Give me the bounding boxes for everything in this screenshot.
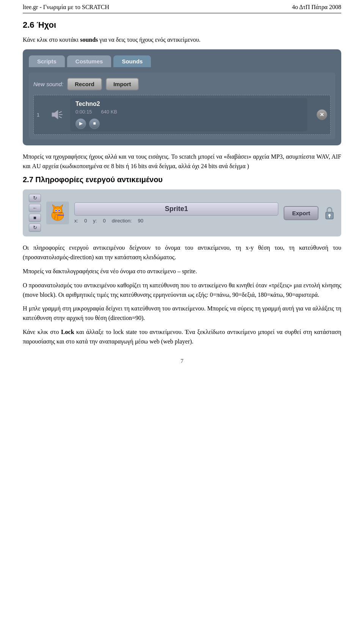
sound-number: 1: [37, 112, 43, 118]
sound-controls: ▶ ■: [75, 118, 302, 129]
x-value: 0: [84, 218, 87, 224]
section-27-para2: Μπορείς να δακτυλογραφήσεις ένα νέο όνομ…: [23, 267, 341, 276]
sprite-controls-left: ↻ ← ■ ↻: [29, 194, 41, 232]
sounds-content: New sound: Record Import 1 Te: [29, 72, 335, 139]
sprite-ctrl-mid1[interactable]: ←: [29, 204, 41, 212]
svg-line-1: [59, 112, 61, 113]
svg-point-10: [55, 210, 57, 211]
svg-point-12: [57, 212, 58, 213]
new-sound-bar: New sound: Record Import: [33, 78, 331, 90]
x-label: x:: [74, 218, 78, 224]
sound-info: Techno2 0:00:15 640 KB ▶ ■: [70, 98, 308, 131]
import-button[interactable]: Import: [106, 78, 139, 90]
direction-label: direction:: [112, 218, 132, 224]
speaker-icon: [48, 106, 65, 123]
svg-point-11: [58, 210, 60, 211]
section-26-intro: Κάνε κλικ στο κουτάκι sounds για να δεις…: [23, 35, 341, 45]
tab-costumes[interactable]: Costumes: [67, 55, 111, 67]
section-27-para5: Κάνε κλικ στο Lock και άλλαξε το lock st…: [23, 328, 341, 347]
page-number: 7: [23, 358, 341, 364]
svg-marker-0: [52, 110, 58, 119]
sprite-image: [46, 202, 69, 224]
sound-list: 1 Techno2 0:00:15 640 KB: [33, 95, 331, 135]
sprite-name-display[interactable]: Sprite1: [74, 202, 278, 216]
section-27-para1: Οι πληροφορίες ενεργού αντικειμένου δείχ…: [23, 243, 341, 262]
sprite-coords: x: 0 y: 0 direction: 90: [74, 218, 278, 224]
scratch-sounds-panel: Scripts Costumes Sounds New sound: Recor…: [23, 49, 341, 145]
sound-item: 1 Techno2 0:00:15 640 KB: [37, 98, 327, 131]
delete-sound-button[interactable]: ✕: [317, 109, 327, 120]
sound-name: Techno2: [75, 101, 302, 107]
section-27-para4: Η μπλε γραμμή στη μικρογραφία δείχνει τη…: [23, 304, 341, 323]
svg-point-19: [328, 214, 331, 216]
section-27-title: 2.7 Πληροφορίες ενεργού αντικειμένου: [23, 175, 341, 184]
record-button[interactable]: Record: [67, 78, 102, 90]
tab-sounds[interactable]: Sounds: [113, 55, 151, 67]
y-value: 0: [103, 218, 105, 224]
svg-line-3: [59, 117, 61, 118]
header-left: ltee.gr - Γνωριμία με το SCRATCH: [23, 4, 109, 11]
sprite-ctrl-mid2[interactable]: ■: [29, 214, 41, 222]
header-right: 4ο ΔτΠ Πάτρα 2008: [292, 4, 341, 11]
export-button[interactable]: Export: [284, 206, 318, 220]
sound-duration: 0:00:15: [75, 109, 92, 115]
section-26-title: 2.6 Ήχοι: [23, 20, 341, 30]
new-sound-label: New sound:: [33, 81, 63, 87]
stop-button[interactable]: ■: [89, 118, 100, 129]
tab-scripts[interactable]: Scripts: [29, 55, 65, 67]
sound-meta: 0:00:15 640 KB: [75, 109, 302, 115]
page-header: ltee.gr - Γνωριμία με το SCRATCH 4ο ΔτΠ …: [23, 0, 341, 13]
play-button[interactable]: ▶: [75, 118, 86, 129]
sprite-ctrl-top[interactable]: ↻: [29, 194, 41, 202]
sprite-panel: ↻ ← ■ ↻ S: [23, 189, 341, 236]
sound-size: 640 KB: [101, 109, 117, 115]
y-label: y:: [93, 218, 97, 224]
section-27-para3: Ο προσανατολισμός του αντικειμένου καθορ…: [23, 281, 341, 300]
sprite-ctrl-bot[interactable]: ↻: [29, 224, 41, 232]
direction-value: 90: [138, 218, 143, 224]
section-26-body: Μπορείς να ηχογραφήσεις ήχους αλλά και ν…: [23, 152, 341, 171]
lock-icon[interactable]: [324, 206, 335, 220]
tab-bar: Scripts Costumes Sounds: [29, 55, 335, 67]
sprite-name-area: Sprite1 x: 0 y: 0 direction: 90: [74, 202, 278, 224]
